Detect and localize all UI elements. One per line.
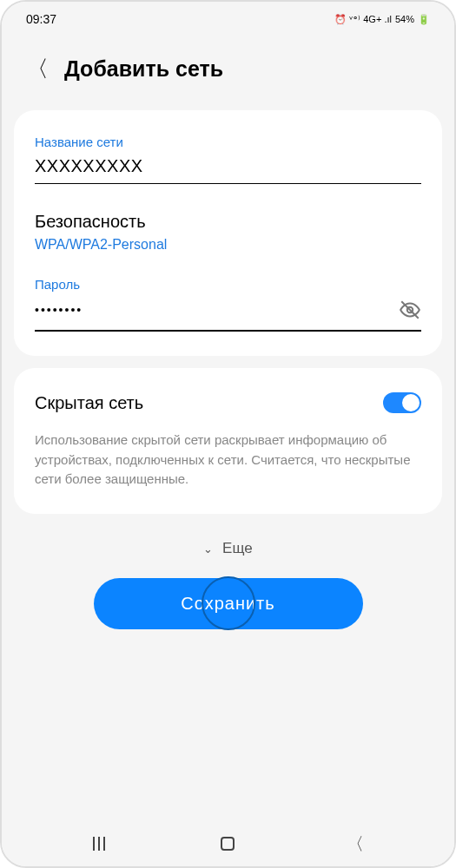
visibility-off-icon[interactable]: [399, 299, 421, 321]
security-label: Безопасность: [35, 212, 421, 232]
more-label: Еще: [222, 540, 253, 556]
security-value[interactable]: WPA/WPA2-Personal: [35, 237, 421, 253]
page-header: 〈 Добавить сеть: [2, 36, 454, 110]
password-input[interactable]: [35, 303, 399, 317]
network-name-label: Название сети: [35, 135, 421, 149]
chevron-down-icon: ⌄: [203, 542, 213, 556]
home-button[interactable]: [221, 837, 235, 851]
network-form-card: Название сети Безопасность WPA/WPA2-Pers…: [14, 110, 442, 356]
hidden-network-label: Скрытая сеть: [35, 393, 143, 413]
nav-back-button[interactable]: 〈: [347, 832, 364, 856]
network-name-input[interactable]: [35, 156, 421, 176]
status-icons: ⏰ ᵛᵒ⁾ 4G+ .ıl 54% 🔋: [334, 14, 430, 25]
hidden-network-card: Скрытая сеть Использование скрытой сети …: [14, 368, 442, 514]
page-title: Добавить сеть: [64, 56, 223, 82]
recents-button[interactable]: [93, 837, 109, 851]
status-time: 09:37: [26, 12, 56, 26]
status-bar: 09:37 ⏰ ᵛᵒ⁾ 4G+ .ıl 54% 🔋: [2, 2, 454, 36]
hidden-network-toggle[interactable]: [383, 392, 421, 413]
navigation-bar: 〈: [2, 821, 454, 866]
hidden-network-warning: Использование скрытой сети раскрывает ин…: [35, 431, 421, 490]
save-button[interactable]: Сохранить: [94, 578, 363, 629]
password-label: Пароль: [35, 277, 421, 292]
back-icon[interactable]: 〈: [26, 54, 49, 84]
more-button[interactable]: ⌄ Еще: [2, 526, 454, 578]
